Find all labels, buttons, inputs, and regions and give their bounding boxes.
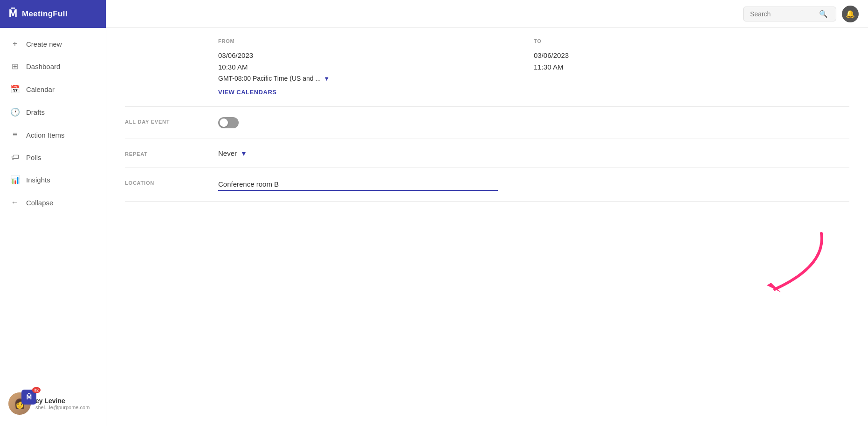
create-new-button[interactable]: + Create new	[0, 33, 106, 55]
clock-icon: 🕐	[10, 107, 20, 117]
sidebar-item-drafts[interactable]: 🕐 Drafts	[0, 101, 106, 124]
location-input[interactable]	[218, 178, 498, 191]
logo-text: MeetingFull	[22, 9, 68, 19]
bell-icon: 🔔	[846, 9, 855, 18]
dashboard-icon: ⊞	[10, 62, 20, 71]
calendar-label: Calendar	[26, 85, 55, 93]
plus-icon: +	[10, 39, 20, 49]
search-input[interactable]	[750, 10, 815, 18]
repeat-row: REPEAT Never ▼	[125, 139, 849, 168]
repeat-value: Never ▼	[218, 149, 849, 157]
repeat-dropdown[interactable]: Never ▼	[218, 149, 849, 157]
user-area[interactable]: 👩 M̈ 32 ey Levine shel...le@purpome.com	[0, 388, 106, 419]
date-time-value: FROM 03/06/2023 10:30 AM TO 03/06/2023 1…	[218, 38, 849, 96]
all-day-label: ALL DAY EVENT	[125, 117, 200, 125]
user-email: shel...le@purpome.com	[35, 405, 90, 410]
to-label: TO	[534, 38, 849, 44]
from-label: FROM	[218, 38, 534, 44]
search-box[interactable]: 🔍	[743, 7, 836, 21]
insights-icon: 📊	[10, 175, 20, 185]
topbar: 🔍 🔔	[106, 0, 868, 28]
sidebar-item-insights[interactable]: 📊 Insights	[0, 168, 106, 191]
location-label: LOCATION	[125, 178, 200, 186]
sidebar-nav: + Create new ⊞ Dashboard 📅 Calendar 🕐 Dr…	[0, 28, 106, 381]
sidebar-item-calendar[interactable]: 📅 Calendar	[0, 78, 106, 101]
date-time-label	[125, 38, 200, 40]
search-icon: 🔍	[819, 10, 828, 18]
main-content: 🔍 🔔 FROM 03/06/2023 10:30 AM	[106, 0, 868, 426]
repeat-chevron-icon: ▼	[241, 150, 247, 157]
collapse-icon: ←	[10, 198, 20, 207]
polls-icon: 🏷	[10, 153, 20, 162]
all-day-value	[218, 117, 849, 128]
calendar-icon: 📅	[10, 84, 20, 94]
action-items-label: Action Items	[26, 131, 65, 139]
location-value	[218, 178, 849, 191]
create-new-label: Create new	[26, 40, 62, 48]
user-info: ey Levine shel...le@purpome.com	[35, 397, 90, 410]
sidebar-bottom: 👩 M̈ 32 ey Levine shel...le@purpome.com	[0, 381, 106, 426]
notification-badge: 32	[32, 387, 41, 393]
drafts-label: Drafts	[26, 108, 45, 116]
sidebar: M̈ MeetingFull + Create new ⊞ Dashboard …	[0, 0, 106, 426]
from-date: 03/06/2023	[218, 51, 534, 59]
repeat-label: REPEAT	[125, 149, 200, 157]
dashboard-label: Dashboard	[26, 63, 60, 70]
repeat-selected: Never	[218, 149, 237, 157]
list-icon: ≡	[10, 130, 20, 140]
timezone-value: GMT-08:00 Pacific Time (US and ...	[218, 75, 321, 82]
all-day-toggle[interactable]	[218, 117, 239, 128]
insights-label: Insights	[26, 176, 50, 184]
all-day-row: ALL DAY EVENT	[125, 107, 849, 139]
sidebar-item-dashboard[interactable]: ⊞ Dashboard	[0, 55, 106, 78]
to-time: 11:30 AM	[534, 63, 849, 71]
timezone-row[interactable]: GMT-08:00 Pacific Time (US and ... ▼	[218, 75, 849, 82]
to-date: 03/06/2023	[534, 51, 849, 59]
from-time: 10:30 AM	[218, 63, 534, 71]
location-row: LOCATION	[125, 168, 849, 202]
sidebar-item-action-items[interactable]: ≡ Action Items	[0, 124, 106, 146]
user-name: ey Levine	[35, 397, 90, 405]
form-area-wrapper: FROM 03/06/2023 10:30 AM TO 03/06/2023 1…	[106, 28, 868, 426]
sidebar-item-collapse[interactable]: ← Collapse	[0, 191, 106, 214]
logo-icon: M̈	[8, 8, 17, 20]
date-time-row: FROM 03/06/2023 10:30 AM TO 03/06/2023 1…	[125, 28, 849, 107]
collapse-label: Collapse	[26, 199, 53, 207]
polls-label: Polls	[26, 154, 41, 161]
to-col: TO 03/06/2023 11:30 AM	[534, 38, 849, 71]
sidebar-header: M̈ MeetingFull	[0, 0, 106, 28]
timezone-chevron-icon: ▼	[324, 75, 330, 82]
sidebar-item-polls[interactable]: 🏷 Polls	[0, 146, 106, 168]
from-col: FROM 03/06/2023 10:30 AM	[218, 38, 534, 71]
toggle-knob	[220, 119, 228, 127]
notification-button[interactable]: 🔔	[842, 6, 859, 22]
view-calendars-link[interactable]: VIEW CALENDARS	[218, 89, 276, 96]
form-area: FROM 03/06/2023 10:30 AM TO 03/06/2023 1…	[106, 28, 868, 426]
